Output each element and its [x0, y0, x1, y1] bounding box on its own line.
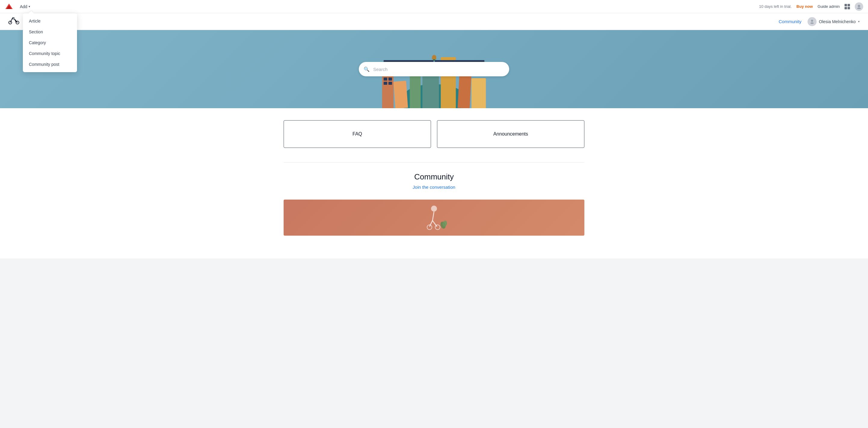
menu-item-category[interactable]: Category	[23, 37, 77, 48]
admin-bar: Add ▾ 10 days left in trial. Buy now Gui…	[0, 0, 868, 13]
announcements-card[interactable]: Announcements	[437, 120, 584, 148]
hero-search-container: 🔍	[359, 62, 509, 76]
section-divider	[284, 162, 584, 163]
building	[458, 72, 472, 108]
admin-bar-left: Add ▾	[5, 2, 33, 11]
user-chevron-icon: ▾	[858, 20, 860, 23]
buy-now-link[interactable]: Buy now	[797, 4, 813, 9]
logo-icon[interactable]	[5, 2, 13, 11]
menu-item-community-post[interactable]: Community post	[23, 59, 77, 70]
building	[382, 75, 394, 108]
banner-illustration	[416, 203, 452, 233]
hero-section: 🔍	[0, 30, 868, 108]
guide-admin-label[interactable]: Guide admin	[817, 4, 840, 9]
svg-point-7	[810, 22, 813, 24]
add-button[interactable]: Add ▾	[17, 2, 33, 11]
main-content: Community Olesia Melnichenko ▾	[0, 0, 868, 259]
menu-item-article[interactable]: Article	[23, 15, 77, 27]
dropdown-arrow	[29, 11, 34, 13]
brand-logo	[8, 17, 21, 26]
category-cards: FAQ Announcements	[284, 120, 584, 148]
user-name: Olesia Melnichenko	[819, 19, 856, 24]
secondary-nav: Community Olesia Melnichenko ▾	[0, 13, 868, 30]
building	[394, 81, 408, 108]
svg-point-8	[431, 206, 437, 211]
community-title: Community	[284, 172, 584, 182]
grid-icon[interactable]	[844, 4, 850, 9]
admin-avatar[interactable]	[855, 2, 863, 11]
faq-label: FAQ	[352, 131, 362, 136]
user-section[interactable]: Olesia Melnichenko ▾	[808, 17, 860, 26]
building	[472, 78, 486, 108]
bike-icon	[8, 17, 19, 26]
content-area: FAQ Announcements Community Join the con…	[278, 108, 590, 259]
search-icon: 🔍	[364, 66, 370, 72]
search-input[interactable]	[359, 62, 509, 76]
announcements-label: Announcements	[493, 131, 528, 136]
add-label: Add	[20, 4, 27, 9]
secondary-nav-right: Community Olesia Melnichenko ▾	[779, 17, 860, 26]
menu-item-community-topic[interactable]: Community topic	[23, 48, 77, 59]
admin-bar-right: 10 days left in trial. Buy now Guide adm…	[759, 2, 863, 11]
svg-point-6	[811, 20, 813, 22]
faq-card[interactable]: FAQ	[284, 120, 431, 148]
svg-point-12	[427, 225, 432, 230]
user-avatar	[808, 17, 816, 26]
page-body: FAQ Announcements Community Join the con…	[0, 108, 868, 259]
add-dropdown-menu: Article Section Category Community topic…	[23, 13, 77, 72]
svg-point-2	[858, 5, 860, 7]
chevron-down-icon: ▾	[29, 5, 30, 8]
svg-line-9	[433, 211, 434, 221]
trial-text: 10 days left in trial.	[759, 4, 792, 9]
menu-item-section[interactable]: Section	[23, 27, 77, 37]
community-nav-link[interactable]: Community	[779, 19, 802, 24]
community-section: Community Join the conversation	[284, 172, 584, 190]
join-conversation-link[interactable]: Join the conversation	[413, 185, 455, 190]
svg-point-13	[435, 225, 440, 230]
svg-line-11	[433, 221, 437, 227]
svg-point-3	[857, 7, 861, 9]
community-banner	[284, 200, 584, 236]
